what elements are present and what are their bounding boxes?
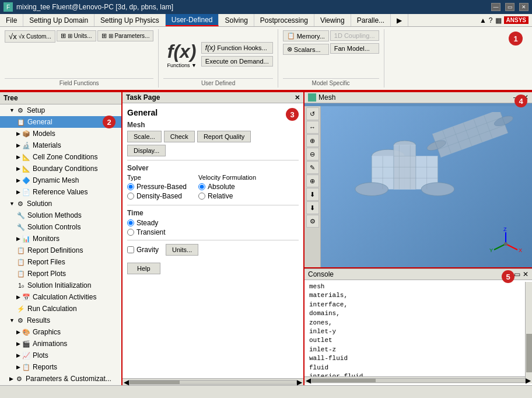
down-tool-1[interactable]: ⬇	[306, 188, 319, 201]
tree-item-materials[interactable]: ▶ 🔬 Materials	[0, 139, 121, 151]
tree-item-solution-methods[interactable]: 🔧 Solution Methods	[0, 210, 121, 221]
task-page-scrollbar[interactable]: ◀ ▶	[123, 378, 303, 385]
units-button[interactable]: ⊞ ⊞ Units...	[57, 30, 96, 41]
settings-tool[interactable]: ⚙	[306, 215, 319, 228]
relative-radio[interactable]	[198, 193, 205, 200]
console-scroll-track[interactable]	[311, 378, 526, 383]
tree-item-results[interactable]: ▼ ⚙ Results	[0, 315, 121, 326]
minimize-button[interactable]: —	[491, 3, 501, 11]
parameters-button[interactable]: ⊞ ⊞ Parameters...	[97, 30, 154, 41]
memory-button[interactable]: 📋 Memory...	[283, 30, 329, 41]
console-scroll-left[interactable]: ◀	[306, 376, 311, 385]
tree-item-calc-activities[interactable]: ▶ 📅 Calculation Activities	[0, 291, 121, 303]
fx-large-button[interactable]: f(x) Functions ▼	[163, 40, 200, 69]
console-hscrollbar[interactable]: ◀ ▶	[304, 376, 532, 383]
zoom-in-tool[interactable]: ⊕	[306, 134, 319, 147]
help-button[interactable]: Help	[127, 263, 160, 274]
tree-item-run-calc[interactable]: ⚡ Run Calculation	[0, 303, 121, 315]
relative-label: Relative	[208, 192, 233, 200]
pressure-based-radio[interactable]	[127, 183, 134, 190]
1d-coupling-button[interactable]: 1D Coupling...	[330, 30, 379, 41]
tree-item-plots[interactable]: ▶ 📈 Plots	[0, 350, 121, 361]
tree-item-solution-init[interactable]: 1₀ Solution Initialization	[0, 280, 121, 291]
tree-item-reports[interactable]: ▶ 📋 Reports	[0, 361, 121, 373]
task-page-close[interactable]: ✕	[295, 94, 300, 102]
close-button[interactable]: ✕	[519, 3, 528, 11]
help-icon[interactable]: ?	[489, 16, 493, 25]
tree-item-reference[interactable]: ▶ 📄 Reference Values	[0, 186, 121, 198]
models-arrow[interactable]: ▶	[16, 131, 20, 137]
tree-item-dynamic-mesh[interactable]: ▶ 🔷 Dynamic Mesh	[0, 174, 121, 186]
boundary-arrow[interactable]: ▶	[16, 166, 20, 172]
rotate-tool[interactable]: ↺	[306, 107, 319, 120]
calc-activities-arrow[interactable]: ▶	[16, 294, 20, 300]
grid-icon[interactable]: ▦	[495, 16, 502, 25]
menu-file[interactable]: File	[0, 14, 23, 26]
scroll-left-btn[interactable]: ◀	[124, 378, 129, 386]
units-button[interactable]: Units...	[166, 244, 198, 256]
tree-item-setup[interactable]: ▼ ⚙ Setup	[0, 104, 121, 116]
monitors-arrow[interactable]: ▶	[16, 236, 20, 242]
check-button[interactable]: Check	[164, 131, 195, 142]
down-tool-2[interactable]: ⬇	[306, 201, 319, 214]
tree-item-solution-controls[interactable]: 🔧 Solution Controls	[0, 221, 121, 233]
tree-item-parameters[interactable]: ▶ ⚙ Parameters & Customizat...	[0, 373, 121, 385]
fit-tool[interactable]: ⊕	[306, 174, 319, 187]
tree-item-report-files[interactable]: 📋 Report Files	[0, 256, 121, 268]
setup-arrow[interactable]: ▼	[9, 107, 15, 113]
menu-viewing[interactable]: Viewing	[314, 14, 351, 26]
reference-arrow[interactable]: ▶	[16, 189, 20, 195]
reports-arrow[interactable]: ▶	[16, 364, 20, 370]
console-scrollbar[interactable]	[525, 282, 532, 378]
scale-button[interactable]: Scale...	[127, 131, 162, 142]
scalars-button[interactable]: ⊗ Scalars...	[283, 44, 329, 55]
animations-arrow[interactable]: ▶	[16, 341, 20, 347]
scroll-right-btn[interactable]: ▶	[297, 378, 302, 386]
menu-setting-up-physics[interactable]: Setting Up Physics	[94, 14, 166, 26]
menu-setting-up-domain[interactable]: Setting Up Domain	[23, 14, 94, 26]
scroll-track[interactable]	[129, 380, 297, 385]
density-based-radio[interactable]	[127, 193, 134, 200]
menu-user-defined[interactable]: User-Defined	[166, 14, 219, 26]
results-arrow[interactable]: ▼	[9, 317, 15, 323]
console-close-btn[interactable]: ✕	[523, 270, 528, 278]
steady-radio[interactable]	[127, 219, 134, 226]
tree-item-models[interactable]: ▶ 📦 Models	[0, 128, 121, 139]
menu-postprocessing[interactable]: Postprocessing	[254, 14, 314, 26]
custom-button[interactable]: √x √x Custom...	[5, 30, 55, 43]
up-icon[interactable]: ▲	[480, 16, 487, 25]
solution-arrow[interactable]: ▼	[9, 201, 15, 207]
tree-item-animations[interactable]: ▶ 🎬 Animations	[0, 338, 121, 350]
graphics-arrow[interactable]: ▶	[16, 329, 20, 335]
function-hooks-button[interactable]: f(x) Function Hooks...	[201, 42, 273, 54]
tree-item-cell-zone[interactable]: ▶ 📐 Cell Zone Conditions	[0, 151, 121, 163]
menu-solving[interactable]: Solving	[219, 14, 254, 26]
zoom-out-tool[interactable]: ⊖	[306, 148, 319, 160]
tree-item-report-definitions[interactable]: 📋 Report Definitions	[0, 245, 121, 256]
absolute-radio[interactable]	[198, 183, 205, 190]
plots-arrow[interactable]: ▶	[16, 352, 20, 358]
ribbon: √x √x Custom... ⊞ ⊞ Units... ⊞ ⊞ Paramet…	[0, 27, 532, 91]
materials-arrow[interactable]: ▶	[16, 142, 20, 148]
dynamic-mesh-arrow[interactable]: ▶	[16, 177, 20, 183]
display-button[interactable]: Display...	[127, 145, 166, 156]
menu-more[interactable]: ▶	[391, 14, 408, 26]
tree-item-solution[interactable]: ▼ ⚙ Solution	[0, 198, 121, 210]
probe-tool[interactable]: ✎	[306, 161, 319, 174]
scalars-icon: ⊗	[287, 46, 292, 53]
tree-item-monitors[interactable]: ▶ 📊 Monitors	[0, 233, 121, 245]
console-minimize-btn[interactable]: ▭	[514, 270, 520, 278]
tree-item-boundary[interactable]: ▶ 📐 Boundary Conditions	[0, 163, 121, 174]
report-quality-button[interactable]: Report Quality	[197, 131, 251, 142]
fan-model-button[interactable]: Fan Model...	[330, 43, 379, 54]
tree-item-report-plots[interactable]: 📋 Report Plots	[0, 268, 121, 280]
transient-radio[interactable]	[127, 229, 134, 236]
menu-parallel[interactable]: Paralle...	[351, 14, 391, 26]
execute-on-demand-button[interactable]: Execute on Demand...	[201, 56, 273, 67]
pan-tool[interactable]: ↔	[306, 121, 319, 134]
cell-zone-arrow[interactable]: ▶	[16, 154, 20, 160]
maximize-button[interactable]: ▭	[505, 3, 514, 11]
params-arrow[interactable]: ▶	[9, 376, 13, 382]
tree-item-graphics[interactable]: ▶ 🎨 Graphics	[0, 326, 121, 338]
gravity-checkbox[interactable]	[127, 246, 134, 253]
